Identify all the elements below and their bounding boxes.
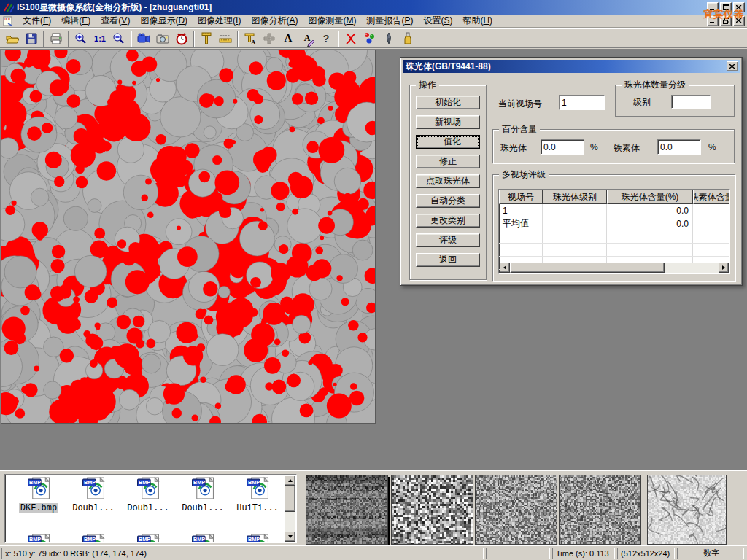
scroll-left-button[interactable]: [500, 262, 510, 273]
phase-particles-button[interactable]: [360, 30, 379, 47]
pearlite-percent-input[interactable]: [541, 139, 584, 155]
brush-tool-button[interactable]: [398, 30, 417, 47]
correct-button[interactable]: 修正: [416, 155, 480, 168]
toolbar-separator: [338, 31, 339, 47]
ruler-button[interactable]: [216, 30, 235, 47]
init-button[interactable]: 初始化: [416, 96, 480, 109]
file-item[interactable]: [231, 533, 284, 543]
binarized-image[interactable]: [1, 50, 376, 424]
grid-button[interactable]: [260, 30, 279, 47]
change-class-button[interactable]: 更改类别: [416, 214, 480, 228]
text-button[interactable]: A: [279, 30, 298, 47]
binarize-button[interactable]: 二值化: [416, 135, 480, 149]
document-icon[interactable]: DOC: [2, 15, 15, 27]
save-button[interactable]: [22, 30, 41, 47]
measure-label-button[interactable]: A: [241, 30, 260, 47]
pencil-icon: [306, 37, 316, 47]
zoom-out-button[interactable]: [109, 30, 128, 47]
current-field-input[interactable]: [559, 95, 605, 110]
rate-button[interactable]: 评级: [416, 233, 480, 247]
menu-item-view[interactable]: 查看(V): [96, 14, 135, 28]
actual-size-label: 1:1: [94, 34, 106, 43]
arrow-right-icon: [722, 265, 725, 270]
open-button[interactable]: [3, 30, 22, 47]
scroll-up-button[interactable]: [285, 475, 295, 486]
pearlite-dialog: 珠光体(GB/T9441-88) 操作 初始化 新视场 二值化 修正 点取珠光体…: [400, 57, 743, 286]
curve-tool-button[interactable]: [341, 30, 360, 47]
menu-item-help[interactable]: 帮助(H): [457, 14, 498, 28]
table-row[interactable]: 平均值 0.0: [499, 217, 729, 230]
help-button[interactable]: ?: [317, 30, 336, 47]
file-item[interactable]: DKF.bmp: [12, 476, 65, 513]
file-item[interactable]: HuiTi...: [231, 476, 284, 513]
menu-item-image-analysis[interactable]: 图像分析(A): [246, 14, 303, 28]
pen-tool-button[interactable]: [379, 30, 398, 47]
menu-item-image-display[interactable]: 图像显示(D): [135, 14, 193, 28]
caliper-button[interactable]: [197, 30, 216, 47]
menu-item-file[interactable]: 文件(F): [18, 14, 56, 28]
thumbnail-5[interactable]: [647, 475, 727, 545]
dialog-close-button[interactable]: [727, 61, 738, 71]
grade-group-label: 珠光体数量分级: [622, 79, 689, 90]
ferrite-percent-input[interactable]: [657, 139, 701, 155]
pearlite-label: 珠光体: [500, 142, 527, 155]
status-empty-panel: [727, 548, 744, 559]
table-row[interactable]: 1 0.0: [499, 204, 729, 217]
file-name: Doubl...: [67, 503, 120, 513]
scroll-down-button[interactable]: [285, 532, 295, 542]
return-button[interactable]: 返回: [416, 253, 480, 267]
video-camera-icon: [136, 31, 151, 46]
snapshot-button[interactable]: [153, 30, 172, 47]
thumbnail-4[interactable]: [559, 475, 641, 545]
file-item[interactable]: Doubl...: [122, 476, 174, 513]
video-capture-button[interactable]: [134, 30, 153, 47]
text-icon: A: [285, 32, 293, 44]
thumbnail-3[interactable]: [475, 475, 557, 545]
table-horizontal-scrollbar[interactable]: [500, 262, 729, 273]
file-item[interactable]: [12, 533, 65, 543]
dialog-title: 珠光体(GB/T9441-88): [406, 61, 491, 73]
print-button[interactable]: [47, 30, 66, 47]
scrollbar-thumb[interactable]: [510, 262, 665, 273]
zoom-out-icon: [112, 31, 126, 46]
pen-icon: [382, 31, 396, 46]
new-field-button[interactable]: 新视场: [416, 115, 480, 129]
file-item[interactable]: Doubl...: [67, 476, 120, 513]
rating-table: 视场号 珠光体级别 珠光体含量(%) 铁素体含量(%) 1 0.0: [498, 189, 730, 274]
timer-button[interactable]: [172, 30, 191, 47]
mode-status: 数字: [700, 548, 724, 559]
menu-item-settings[interactable]: 设置(S): [418, 14, 457, 28]
table-row-empty: [499, 244, 729, 257]
close-icon: [729, 64, 735, 69]
grade-input[interactable]: [671, 95, 711, 109]
header-pearlite-grade: 珠光体级别: [543, 190, 607, 204]
actual-size-button[interactable]: 1:1: [90, 30, 109, 47]
file-item[interactable]: [122, 533, 174, 543]
pick-pearlite-button[interactable]: 点取珠光体: [416, 174, 480, 188]
menu-item-measure-report[interactable]: 测量报告(P): [361, 14, 418, 28]
toolbar: 1:1 A A A ?: [0, 28, 747, 48]
zoom-in-button[interactable]: [71, 30, 90, 47]
file-list-scrollbar[interactable]: [285, 475, 295, 542]
caliper-icon: [199, 31, 214, 46]
thumbnail-2[interactable]: [391, 475, 473, 545]
file-item[interactable]: [67, 533, 120, 543]
status-bar: x: 510 y: 79 idx: 0 RGB: (174, 174, 174)…: [0, 545, 747, 560]
file-item[interactable]: [177, 533, 229, 543]
scrollbar-thumb[interactable]: [285, 486, 295, 512]
bottom-panel: DKF.bmp Doubl... Doubl... Doubl... HuiTi…: [0, 470, 747, 545]
auto-classify-button[interactable]: 自动分类: [416, 194, 480, 208]
menu-item-edit[interactable]: 编辑(E): [56, 14, 96, 28]
bmp-file-icon: [26, 533, 52, 543]
thumbnail-1[interactable]: [306, 475, 388, 545]
file-list: DKF.bmp Doubl... Doubl... Doubl... HuiTi…: [4, 474, 297, 543]
coordinates-status: x: 510 y: 79 idx: 0 RGB: (174, 174, 174): [1, 548, 484, 559]
menu-item-image-measure[interactable]: 图像测量(M): [303, 14, 361, 28]
scroll-right-button[interactable]: [719, 262, 729, 273]
file-item[interactable]: Doubl...: [177, 476, 229, 513]
toolbar-separator: [131, 31, 132, 47]
percent-group: 百分含量 珠光体 % 铁素体 %: [492, 129, 735, 163]
annotate-button[interactable]: A: [298, 30, 317, 47]
menu-item-image-process[interactable]: 图像处理(I): [193, 14, 246, 28]
time-status: Time (s): 0.113: [552, 548, 615, 559]
